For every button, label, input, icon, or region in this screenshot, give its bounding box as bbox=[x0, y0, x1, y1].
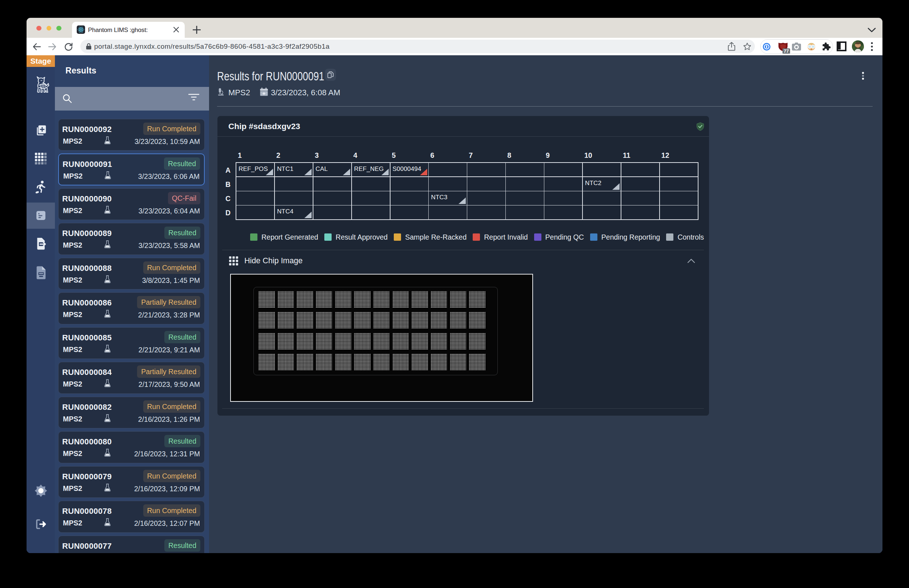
svg-text:77: 77 bbox=[784, 49, 789, 54]
